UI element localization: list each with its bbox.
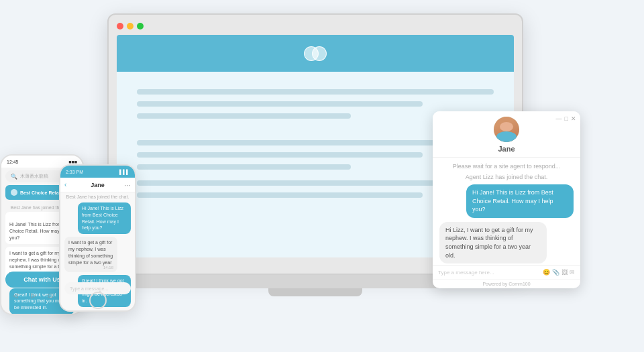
widget-controls: — □ ✕: [556, 115, 576, 122]
more-options-icon[interactable]: ···: [124, 181, 131, 189]
phone-front: 2:33 PM ▌▌▌ ‹ Jane ··· Best Jane has joi…: [59, 164, 136, 312]
content-line: [137, 113, 351, 119]
phone-back-time: 12:45: [7, 160, 19, 164]
maximize-button[interactable]: [137, 23, 144, 30]
chat-button-label: Chat with Us: [23, 276, 60, 283]
back-icon[interactable]: ‹: [64, 181, 66, 188]
attach-icon[interactable]: 📎: [552, 269, 559, 276]
agent-message-text: Hi Jane! This is Lizz from Best Choice R…: [82, 205, 127, 231]
forward-nav-icon[interactable]: ▷: [31, 292, 36, 299]
phone-front-signal: ▌▌▌: [119, 170, 129, 174]
emoji-icon[interactable]: 😊: [543, 269, 550, 276]
expand-widget-button[interactable]: □: [565, 115, 568, 122]
bookmarks-icon[interactable]: □: [48, 292, 52, 299]
user-message-text: I want to get a gift for my nephew, I wa…: [68, 239, 113, 266]
phone-input-placeholder: Type a message...: [70, 286, 108, 291]
chat-widget-body: Please wait for a site agent to respond.…: [433, 158, 580, 265]
content-line: [137, 152, 423, 158]
phone-back-battery: ■■■: [68, 160, 77, 164]
laptop-header: [117, 35, 514, 72]
agent-message-1: Hi Jane! This is Lizz from Best Choice R…: [466, 184, 574, 218]
app-dot: [11, 189, 17, 196]
phone-front-status-bar: 2:33 PM ▌▌▌: [60, 166, 135, 178]
phone-front-user-msg-1: I want to get a gift for my nephew, I wa…: [64, 237, 117, 272]
app-name: Best Choice Retail: [20, 190, 61, 195]
message-time: 14:18: [68, 266, 113, 270]
search-icon: 🔍: [11, 174, 17, 180]
widget-footer: Powered by Comm100: [433, 279, 580, 288]
chat-widget-header: — □ ✕ Jane: [433, 111, 580, 158]
chat-input-area[interactable]: Type a message here... 😊 📎 🖼 ✉: [433, 265, 580, 279]
agent-face: [494, 117, 519, 142]
user-message-1: Hi Lizz, I want to get a gift for my nep…: [439, 222, 547, 263]
content-line: [137, 101, 423, 107]
close-widget-button[interactable]: ✕: [571, 115, 576, 122]
close-button[interactable]: [117, 23, 123, 30]
phone-front-time: 2:33 PM: [66, 170, 83, 174]
phone-chat-agent-name: Jane: [91, 182, 105, 188]
back-nav-icon[interactable]: ◁: [13, 292, 18, 299]
traffic-lights: [117, 23, 514, 30]
minimize-widget-button[interactable]: —: [556, 115, 562, 122]
logo-circle-right: [312, 46, 327, 61]
laptop-stand: [268, 288, 362, 296]
agent-joined-message: Agent Lizz has joined the chat.: [439, 174, 574, 180]
chat-input-placeholder: Type a message here...: [438, 270, 540, 276]
chat-widget: — □ ✕ Jane Please wait for a site agent …: [433, 111, 580, 288]
content-line: [137, 89, 494, 95]
agent-name: Jane: [498, 145, 515, 153]
phone-front-chat-header: ‹ Jane ···: [60, 178, 135, 192]
input-action-icons: 😊 📎 🖼 ✉: [543, 269, 575, 276]
send-icon[interactable]: ✉: [570, 269, 575, 276]
content-line: [137, 192, 423, 198]
agent-avatar: [494, 117, 519, 142]
phone-front-joined: Best Jane has joined the chat.: [60, 194, 135, 199]
chat-messages: Hi Jane! This is Lizz from Best Choice R…: [439, 184, 574, 265]
phone-home-button[interactable]: [89, 292, 107, 309]
status-message: Please wait for a site agent to respond.…: [439, 163, 574, 170]
minimize-button[interactable]: [127, 23, 133, 30]
image-icon[interactable]: 🖼: [561, 269, 568, 276]
logo: [304, 46, 327, 61]
content-line: [137, 164, 351, 170]
phone-front-agent-msg-1: Hi Jane! This is Lizz from Best Choice R…: [78, 202, 131, 234]
